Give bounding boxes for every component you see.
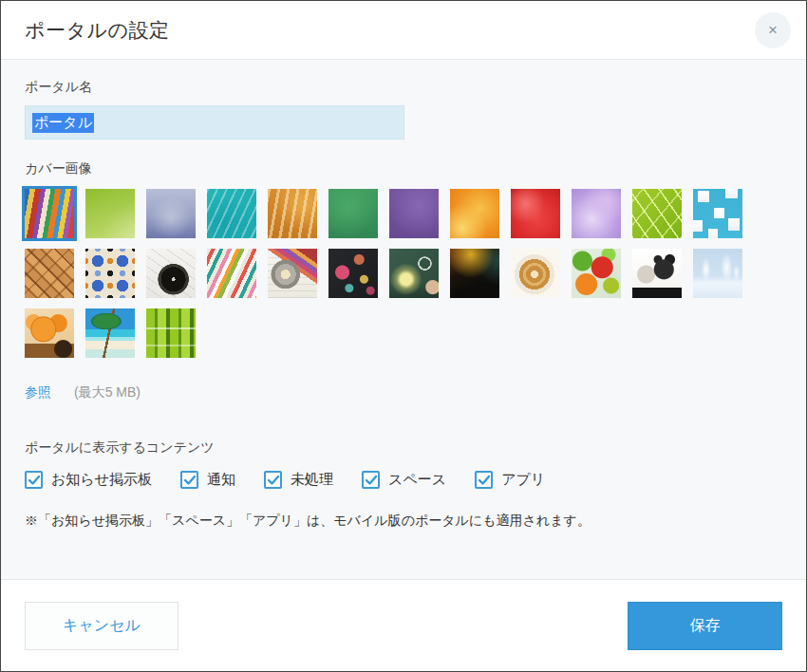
cover-thumbnail-gear-blueprint[interactable] [268,249,317,298]
cover-thumbnail-red-flower[interactable] [511,189,560,238]
checkbox-item-apps[interactable]: アプリ [475,471,545,489]
cover-thumbnail-green-curves[interactable] [85,189,135,238]
checkbox-label-notice-board: お知らせ掲示板 [51,471,152,489]
size-limit-text: (最大5 MB) [74,384,141,401]
cover-thumbnail-teal-paint[interactable] [207,189,256,238]
checkbox-unprocessed[interactable] [264,471,282,489]
checkbox-label-spaces: スペース [388,471,446,489]
cover-thumbnail-compass-map[interactable] [146,249,196,298]
cover-thumbnail-blue-gray-gradient[interactable] [146,189,196,238]
cover-thumbnail-blue-cubes[interactable] [693,189,742,238]
checkbox-label-notifications: 通知 [207,471,235,489]
close-icon: × [768,22,778,38]
cover-thumbnail-orange-grunge[interactable] [268,189,317,238]
cover-thumbnail-mosaic-tiles[interactable] [85,249,135,298]
cover-thumbnail-palm-beach[interactable] [85,308,135,358]
cover-thumbnail-orange-flower[interactable] [450,189,499,238]
checkbox-label-apps: アプリ [501,471,545,489]
cover-thumbnail-vegetables[interactable] [572,249,621,298]
cover-image-grid [25,189,758,358]
portal-name-selected-text: ポータル [32,113,94,133]
cover-thumbnail-latte-heart[interactable] [511,249,560,298]
checkbox-item-notifications[interactable]: 通知 [180,471,235,489]
cover-thumbnail-lightbulbs-chalkboard[interactable] [389,249,439,298]
save-button[interactable]: 保存 [628,602,782,650]
cover-image-label: カバー画像 [25,160,782,177]
cover-thumbnail-dog[interactable] [632,249,682,298]
mobile-note: ※「お知らせ掲示板」「スペース」「アプリ」は、モバイル版のポータルにも適用されま… [25,513,782,530]
cover-thumbnail-winter-trees[interactable] [693,249,742,298]
dialog-body: ポータル名 ポータル カバー画像 参照 (最大5 MB) ポータルに表示するコン… [1,60,806,579]
cover-thumbnail-purple-flower[interactable] [572,189,621,238]
checkbox-item-spaces[interactable]: スペース [362,471,446,489]
cover-thumbnail-pumpkins-basket[interactable] [25,308,74,358]
contents-label: ポータルに表示するコンテンツ [25,439,782,457]
cover-thumbnail-green-leaf[interactable] [632,189,682,238]
contents-checkbox-row: お知らせ掲示板通知未処理スペースアプリ [25,471,782,489]
close-button[interactable]: × [755,12,791,48]
cover-thumbnail-wood-weave[interactable] [25,249,74,298]
cover-thumbnail-dark-gold-gradient[interactable] [450,249,499,298]
checkbox-apps[interactable] [475,471,493,489]
checkbox-notice-board[interactable] [25,471,43,489]
cover-thumbnail-colored-pencils[interactable] [25,189,74,238]
portal-name-input[interactable]: ポータル [25,105,404,140]
portal-name-label: ポータル名 [25,79,782,96]
browse-row: 参照 (最大5 MB) [25,384,782,401]
cover-thumbnail-purple-fabric[interactable] [389,189,439,238]
portal-settings-dialog: ポータルの設定 × ポータル名 ポータル カバー画像 参照 (最大5 MB) ポ… [0,0,807,672]
cover-thumbnail-chalkboard-questions[interactable] [328,249,378,298]
checkbox-item-notice-board[interactable]: お知らせ掲示板 [25,471,152,489]
cover-thumbnail-green-fabric[interactable] [328,189,378,238]
checkbox-notifications[interactable] [180,471,198,489]
cancel-button[interactable]: キャンセル [25,602,178,650]
checkbox-spaces[interactable] [362,471,380,489]
dialog-title: ポータルの設定 [25,17,169,44]
cover-thumbnail-books-stack[interactable] [207,249,256,298]
browse-link[interactable]: 参照 [25,384,51,401]
cover-thumbnail-bamboo[interactable] [146,308,196,358]
checkbox-item-unprocessed[interactable]: 未処理 [264,471,333,489]
checkbox-label-unprocessed: 未処理 [291,471,333,489]
dialog-header: ポータルの設定 × [1,1,806,60]
dialog-footer: キャンセル 保存 [1,579,806,671]
